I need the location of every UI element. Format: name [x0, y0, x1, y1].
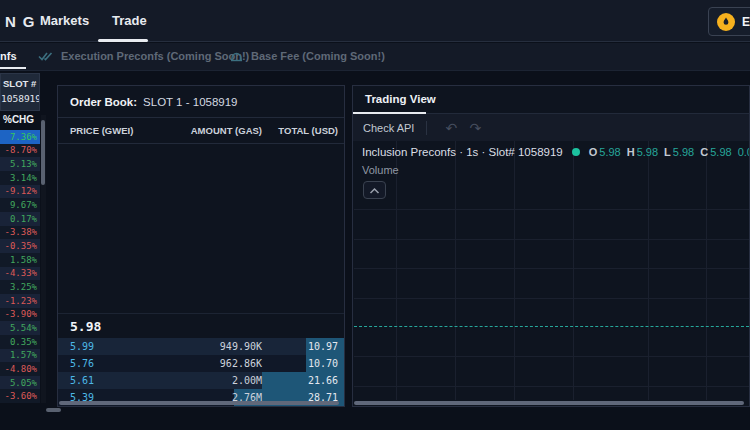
chg-row[interactable]: 3.25%	[0, 280, 40, 294]
nav-markets[interactable]: Markets	[40, 13, 89, 28]
bid-total: 10.97	[262, 341, 338, 352]
chg-row[interactable]: 9.67%	[0, 198, 40, 212]
chg-column-header: %CHG	[0, 114, 40, 130]
order-book-bids: 5.99949.90K10.975.76962.86K10.705.612.00…	[58, 338, 344, 406]
wallet-button[interactable]: ETH	[708, 7, 750, 36]
order-book-asks-area	[58, 144, 344, 313]
gridline-horizontal	[354, 356, 749, 357]
check-api-button[interactable]: Check API	[363, 122, 414, 134]
chart-horizontal-scrollbar[interactable]	[354, 401, 748, 406]
bid-amount: 949.90K	[160, 341, 262, 352]
tab-execution-preconfs-label: Execution Preconfs (Coming Soon!)	[61, 50, 249, 62]
slot-number-value: 1058919	[1, 89, 39, 104]
double-check-icon	[38, 51, 53, 62]
trading-view-panel: Trading View Check API ↶ ↷ Inclusion Pre…	[352, 85, 750, 407]
chg-row[interactable]: 1.57%	[0, 349, 40, 363]
ohlc-change-value: 0.00 (0.00%)	[738, 146, 749, 158]
order-book-header: Order Book: SLOT 1 - 1058919	[58, 86, 344, 118]
order-book-panel: Order Book: SLOT 1 - 1058919 PRICE (GWEI…	[57, 85, 345, 407]
sidebar-horizontal-scrollbar-thumb[interactable]	[46, 408, 61, 412]
live-status-dot-icon	[572, 148, 580, 156]
slot-number-header: SLOT #	[1, 74, 39, 89]
ohlc-open-value: 5.98	[599, 146, 620, 158]
order-book-column-headers: PRICE (GWEI) AMOUNT (GAS) TOTAL (USD)	[58, 118, 344, 144]
bid-total: 10.70	[262, 358, 338, 369]
top-nav-bar: NG Markets Trade ETH	[0, 0, 750, 42]
chg-row[interactable]: -0.35%	[0, 239, 40, 253]
order-book-title: Order Book:	[70, 96, 137, 108]
chg-row[interactable]: 7.36%	[0, 130, 40, 144]
order-book-bid-row[interactable]: 5.612.00M21.66	[58, 372, 344, 389]
chg-row[interactable]: 3.14%	[0, 171, 40, 185]
chg-row[interactable]: -3.38%	[0, 226, 40, 240]
undo-icon[interactable]: ↶	[439, 120, 463, 136]
last-price: 5.98	[58, 313, 344, 338]
order-book-bid-row[interactable]: 5.76962.86K10.70	[58, 355, 344, 372]
slot-header-box: SLOT # 1058919	[0, 73, 40, 111]
order-book-scrollbar-thumb[interactable]	[59, 401, 339, 405]
nav-trade[interactable]: Trade	[112, 13, 147, 28]
chg-row[interactable]: -4.33%	[0, 267, 40, 281]
tab-base-fee-label: Base Fee (Coming Soon!)	[251, 50, 385, 62]
chg-row[interactable]: -3.60%	[0, 389, 40, 403]
ohlc-close-value: 5.98	[710, 146, 731, 158]
redo-icon[interactable]: ↷	[463, 120, 487, 136]
chg-row[interactable]: 5.54%	[0, 321, 40, 335]
gas-flame-icon	[717, 13, 735, 31]
order-book-horizontal-scrollbar[interactable]	[59, 401, 343, 406]
ohlc-low-label: L	[664, 146, 671, 158]
chg-row[interactable]: 5.13%	[0, 157, 40, 171]
tab-active-underline	[0, 67, 26, 69]
nav-trade-active-underline	[98, 39, 148, 42]
legend-collapse-button[interactable]	[363, 181, 386, 199]
app: NG Markets Trade ETH nfs Execution Preco…	[0, 0, 750, 430]
chart-legend: Inclusion Preconfs · 1s · Slot# 1058919 …	[362, 146, 749, 158]
chg-row[interactable]: -3.90%	[0, 308, 40, 322]
tab-base-fee[interactable]: Base Fee (Coming Soon!)	[230, 50, 385, 62]
sidebar-vertical-scrollbar[interactable]	[41, 115, 46, 403]
bid-amount: 2.00M	[160, 375, 262, 386]
chg-row[interactable]: 1.58%	[0, 253, 40, 267]
ohlc-values: O5.98 H5.98 L5.98 C5.98 0.00 (0.00%)	[589, 146, 749, 158]
sidebar-scrollbar-thumb[interactable]	[41, 120, 45, 185]
gridline-horizontal	[354, 268, 749, 269]
chg-row[interactable]: -4.80%	[0, 362, 40, 376]
tab-inclusion-preconfs[interactable]: nfs	[0, 50, 17, 62]
gridline-vertical	[706, 141, 707, 400]
chart-symbol-title: Inclusion Preconfs · 1s · Slot# 1058919	[362, 146, 563, 158]
chg-row[interactable]: 5.05%	[0, 376, 40, 390]
bid-price: 5.76	[70, 358, 160, 369]
gridline-horizontal	[354, 386, 749, 387]
tab-execution-preconfs[interactable]: Execution Preconfs (Coming Soon!)	[38, 50, 249, 62]
gridline-vertical	[648, 141, 649, 400]
wallet-button-label: ETH	[742, 15, 750, 29]
gridline-horizontal	[354, 239, 749, 240]
last-price-dashed-line	[354, 326, 749, 327]
gridline-vertical	[573, 141, 574, 400]
ohlc-high-label: H	[627, 146, 635, 158]
bid-amount: 962.86K	[160, 358, 262, 369]
tab-trading-view[interactable]: Trading View	[365, 93, 436, 105]
price-chart[interactable]: Inclusion Preconfs · 1s · Slot# 1058919 …	[354, 141, 749, 405]
order-book-subtitle: SLOT 1 - 1058919	[143, 96, 237, 108]
tab-inclusion-preconfs-label: nfs	[0, 50, 17, 62]
chart-scrollbar-thumb[interactable]	[354, 401, 744, 405]
ohlc-low-value: 5.98	[673, 146, 694, 158]
order-book-bid-row[interactable]: 5.99949.90K10.97	[58, 338, 344, 355]
gridline-vertical	[455, 141, 456, 400]
gridline-horizontal	[354, 298, 749, 299]
chg-row[interactable]: 0.17%	[0, 212, 40, 226]
chg-row[interactable]: -9.12%	[0, 185, 40, 199]
ohlc-high-value: 5.98	[637, 146, 658, 158]
chg-row[interactable]: -8.70%	[0, 144, 40, 158]
toolbar-divider	[426, 121, 427, 135]
chg-row[interactable]: 0.35%	[0, 335, 40, 349]
trading-view-tabrow: Trading View	[353, 86, 749, 114]
chg-row[interactable]: -1.23%	[0, 294, 40, 308]
chevron-up-icon	[369, 181, 380, 199]
bid-price: 5.99	[70, 341, 160, 352]
chg-list: 7.36%-8.70%5.13%3.14%-9.12%9.67%0.17%-3.…	[0, 130, 40, 403]
bid-total: 21.66	[262, 375, 338, 386]
bid-price: 5.61	[70, 375, 160, 386]
gridline-horizontal	[354, 209, 749, 210]
